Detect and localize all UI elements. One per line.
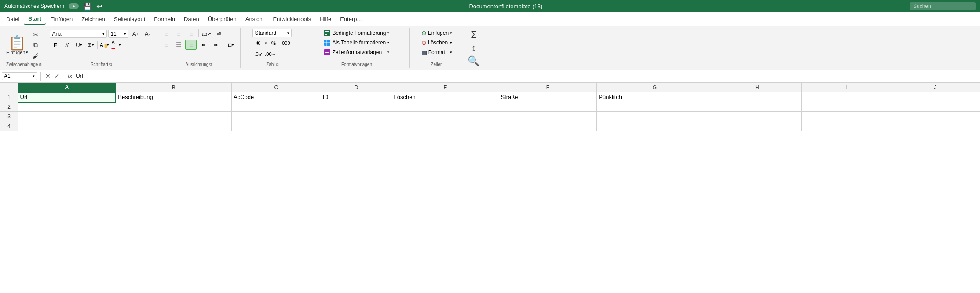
bold-button[interactable]: F bbox=[50, 40, 60, 50]
decrease-indent-button[interactable]: ⇐ bbox=[197, 40, 209, 50]
cell-C4[interactable] bbox=[232, 121, 321, 131]
format-painter-button[interactable]: 🖌 bbox=[30, 51, 41, 61]
menu-item-entwicklertools[interactable]: Entwicklertools bbox=[268, 14, 315, 24]
menu-item-formeln[interactable]: Formeln bbox=[150, 14, 179, 24]
format-button[interactable]: ▤ Format ▾ bbox=[420, 48, 454, 56]
bedingte-formatierung-button[interactable]: Bedingte Formatierung ▾ bbox=[322, 29, 391, 37]
menu-item-einfuegen[interactable]: Einfügen bbox=[46, 14, 77, 24]
align-bottom-button[interactable]: ≡ bbox=[185, 29, 197, 39]
confirm-formula-button[interactable]: ✓ bbox=[53, 72, 60, 81]
cell-E1[interactable]: Löschen bbox=[392, 92, 499, 102]
cell-F1[interactable]: Straße bbox=[499, 92, 597, 102]
autosum-button[interactable]: Σ bbox=[471, 29, 477, 40]
autosave-toggle[interactable]: ● bbox=[69, 3, 79, 9]
col-header-J[interactable]: J bbox=[891, 83, 980, 92]
cell-A2[interactable] bbox=[18, 102, 116, 112]
align-left-button[interactable]: ≡ bbox=[161, 40, 172, 50]
loeschen-button[interactable]: ⊖ Löschen ▾ bbox=[420, 39, 454, 47]
col-header-A[interactable]: A bbox=[18, 83, 116, 92]
decrease-font-button[interactable]: A- bbox=[142, 29, 152, 39]
cell-D1[interactable]: ID bbox=[321, 92, 392, 102]
einfuegen-button[interactable]: ⊕ Einfügen ▾ bbox=[420, 29, 454, 37]
underline-button[interactable]: U ▾ bbox=[73, 40, 84, 50]
menu-item-ansicht[interactable]: Ansicht bbox=[241, 14, 269, 24]
cell-A4[interactable] bbox=[18, 121, 116, 131]
merge-cells-button[interactable]: ⊞ ▾ bbox=[225, 40, 237, 50]
cell-I4[interactable] bbox=[802, 121, 891, 131]
increase-indent-button[interactable]: ⇒ bbox=[210, 40, 221, 50]
align-middle-button[interactable]: ≡ bbox=[173, 29, 184, 39]
menu-item-datei[interactable]: Datei bbox=[2, 14, 24, 24]
italic-button[interactable]: K bbox=[62, 40, 72, 50]
paste-button[interactable]: 📋 Einfügen ▾ bbox=[6, 36, 28, 55]
col-header-B[interactable]: B bbox=[116, 83, 231, 92]
cell-G1[interactable]: Pünklitch bbox=[597, 92, 713, 102]
cell-G2[interactable] bbox=[597, 102, 713, 112]
font-size-selector[interactable]: 11 ▾ bbox=[108, 30, 128, 38]
increase-decimal-button[interactable]: .00→ bbox=[265, 49, 276, 59]
cell-H2[interactable] bbox=[713, 102, 802, 112]
accounting-button[interactable]: € bbox=[252, 38, 264, 48]
cell-C1[interactable]: AcCode bbox=[232, 92, 321, 102]
cell-J4[interactable] bbox=[891, 121, 980, 131]
formula-input[interactable] bbox=[74, 72, 978, 80]
find-button[interactable]: 🔍 bbox=[468, 55, 479, 67]
save-icon[interactable]: 💾 bbox=[83, 2, 92, 11]
zahl-expand[interactable]: ⧉ bbox=[276, 62, 278, 67]
cell-J2[interactable] bbox=[891, 102, 980, 112]
menu-item-hilfe[interactable]: Hilfe bbox=[315, 14, 336, 24]
als-tabelle-button[interactable]: Als Tabelle formatieren ▾ bbox=[322, 39, 391, 47]
undo-icon[interactable]: ↩ bbox=[96, 2, 102, 11]
wrap-text-button[interactable]: ⏎ bbox=[213, 29, 224, 39]
cell-E2[interactable] bbox=[392, 102, 499, 112]
menu-item-seitenlayout[interactable]: Seitenlayout bbox=[110, 14, 150, 24]
cell-A3[interactable] bbox=[18, 112, 116, 121]
search-input[interactable] bbox=[910, 2, 976, 10]
cell-E3[interactable] bbox=[392, 112, 499, 121]
cancel-formula-button[interactable]: ✕ bbox=[44, 72, 51, 81]
percent-button[interactable]: % bbox=[268, 38, 279, 48]
cell-G4[interactable] bbox=[597, 121, 713, 131]
cell-D4[interactable] bbox=[321, 121, 392, 131]
zellenformatvorlagen-button[interactable]: Zellenformatvorlagen ▾ bbox=[322, 48, 391, 56]
col-header-H[interactable]: H bbox=[713, 83, 802, 92]
menu-item-enterp[interactable]: Enterp... bbox=[336, 14, 366, 24]
cell-B1[interactable]: Beschreibung bbox=[116, 92, 231, 102]
cell-H3[interactable] bbox=[713, 112, 802, 121]
cell-F4[interactable] bbox=[499, 121, 597, 131]
cell-F3[interactable] bbox=[499, 112, 597, 121]
menu-item-start[interactable]: Start bbox=[24, 14, 46, 25]
zwischenablage-expand[interactable]: ⧉ bbox=[39, 62, 41, 67]
cell-I1[interactable] bbox=[802, 92, 891, 102]
cell-E4[interactable] bbox=[392, 121, 499, 131]
col-header-G[interactable]: G bbox=[597, 83, 713, 92]
schriftart-expand[interactable]: ⧉ bbox=[109, 62, 112, 67]
cell-C2[interactable] bbox=[232, 102, 321, 112]
col-header-C[interactable]: C bbox=[232, 83, 321, 92]
cell-reference-box[interactable]: A1 ▾ bbox=[2, 72, 37, 80]
col-header-D[interactable]: D bbox=[321, 83, 392, 92]
increase-font-button[interactable]: A+ bbox=[130, 29, 140, 39]
cell-G3[interactable] bbox=[597, 112, 713, 121]
sort-button[interactable]: ↕ bbox=[471, 42, 476, 54]
text-orientation-button[interactable]: ab↗ bbox=[201, 29, 212, 39]
menu-item-zeichnen[interactable]: Zeichnen bbox=[77, 14, 109, 24]
cell-F2[interactable] bbox=[499, 102, 597, 112]
cell-I3[interactable] bbox=[802, 112, 891, 121]
cell-J1[interactable] bbox=[891, 92, 980, 102]
col-header-F[interactable]: F bbox=[499, 83, 597, 92]
cell-H4[interactable] bbox=[713, 121, 802, 131]
cell-J3[interactable] bbox=[891, 112, 980, 121]
align-top-button[interactable]: ≡ bbox=[161, 29, 172, 39]
accounting-arrow[interactable]: ▾ bbox=[265, 41, 267, 45]
thousands-button[interactable]: 000 bbox=[280, 38, 292, 48]
cell-I2[interactable] bbox=[802, 102, 891, 112]
align-center-button[interactable]: ☰ bbox=[173, 40, 184, 50]
border-button[interactable]: ⊞ ▾ bbox=[85, 40, 96, 50]
cell-D2[interactable] bbox=[321, 102, 392, 112]
cell-H1[interactable] bbox=[713, 92, 802, 102]
col-header-I[interactable]: I bbox=[802, 83, 891, 92]
number-format-selector[interactable]: Standard ▾ bbox=[252, 29, 292, 37]
cell-B3[interactable] bbox=[116, 112, 231, 121]
font-name-selector[interactable]: Arial ▾ bbox=[50, 30, 107, 38]
